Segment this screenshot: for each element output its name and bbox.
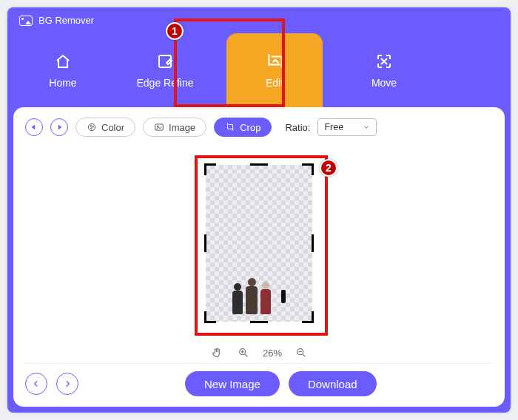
- zoom-out-button[interactable]: [294, 345, 309, 360]
- move-icon: [374, 52, 394, 71]
- ratio-label: Ratio:: [285, 122, 310, 133]
- ratio-select[interactable]: Free: [317, 118, 377, 136]
- download-button[interactable]: Download: [289, 371, 377, 396]
- tab-label: Home: [49, 77, 76, 89]
- image-pill[interactable]: Image: [143, 118, 206, 137]
- crop-label: Crop: [240, 122, 260, 133]
- image-label: Image: [169, 122, 195, 133]
- tab-move[interactable]: Move: [343, 33, 425, 107]
- annotation-marker-2: 2: [320, 159, 337, 177]
- annotation-highlight-2: [195, 155, 328, 336]
- app-title: BG Remover: [38, 15, 94, 26]
- new-image-label: New Image: [204, 378, 260, 390]
- color-pill[interactable]: Color: [75, 118, 135, 137]
- footer-bar: New Image Download: [25, 363, 493, 399]
- zoom-in-button[interactable]: [236, 345, 251, 360]
- svg-point-4: [91, 128, 92, 129]
- edge-refine-icon: [155, 52, 175, 71]
- redo-button[interactable]: [50, 118, 68, 136]
- crop-pill[interactable]: Crop: [214, 118, 272, 137]
- app-logo-icon: [19, 16, 33, 26]
- annotation-marker-1: 1: [166, 22, 184, 40]
- svg-point-3: [92, 126, 94, 128]
- tab-label: Move: [371, 77, 397, 89]
- home-icon: [53, 52, 73, 71]
- zoom-value: 26%: [263, 348, 282, 359]
- svg-point-1: [88, 123, 95, 130]
- prev-button[interactable]: [25, 373, 47, 395]
- download-label: Download: [308, 378, 357, 390]
- zoom-bar: 26%: [25, 341, 493, 363]
- color-label: Color: [101, 122, 124, 133]
- svg-rect-0: [159, 55, 171, 67]
- chevron-down-icon: [363, 123, 370, 131]
- tab-home[interactable]: Home: [22, 33, 104, 107]
- undo-button[interactable]: [25, 118, 43, 136]
- ratio-value: Free: [324, 122, 343, 132]
- next-button[interactable]: [56, 373, 78, 395]
- new-image-button[interactable]: New Image: [185, 371, 280, 396]
- edit-toolbar: Color Image Crop Ratio: Free: [25, 115, 493, 146]
- svg-point-2: [90, 125, 92, 126]
- annotation-highlight-1: [174, 18, 285, 107]
- pan-tool-icon[interactable]: [209, 345, 224, 360]
